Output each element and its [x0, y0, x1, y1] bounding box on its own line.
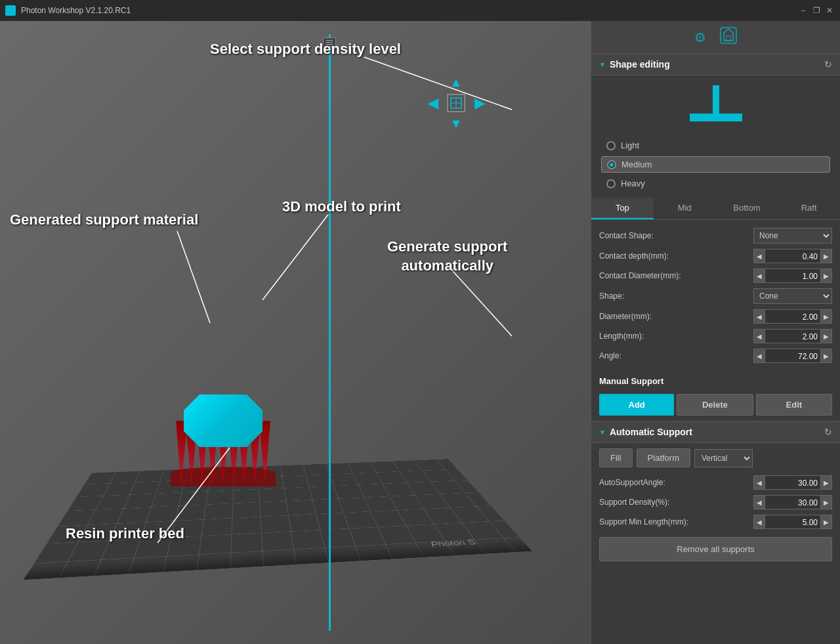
diameter-row: Diameter(mm): ◀ 2.00 ▶ — [591, 307, 840, 326]
angle-control: ◀ 72.00 ▶ — [753, 349, 832, 363]
support-density-row: Support Density(%): ◀ 30.00 ▶ — [591, 492, 840, 512]
length-value: 2.00 — [765, 329, 820, 343]
vertical-slider[interactable] — [324, 34, 335, 631]
preview-neck — [713, 108, 719, 114]
edit-support-button[interactable]: Edit — [756, 394, 832, 416]
gizmo-up-arrow[interactable]: ▲ — [450, 75, 463, 90]
minimize-button[interactable]: − — [798, 5, 808, 16]
auto-angle-row: AutoSupportAngle: ◀ 30.00 ▶ — [591, 473, 840, 492]
preview-base — [690, 114, 742, 121]
angle-value: 72.00 — [765, 349, 820, 363]
contact-shape-row: Contact Shape: None Ball Flat — [591, 225, 840, 246]
remove-all-supports-button[interactable]: Remove all supports — [599, 537, 832, 561]
contact-diameter-control: ◀ 1.00 ▶ — [753, 268, 832, 283]
contact-depth-control: ◀ 0.40 ▶ — [753, 249, 832, 263]
titlebar-controls[interactable]: − ❐ ✕ — [798, 5, 835, 16]
automatic-support-header: ▼ Automatic Support ↻ — [591, 421, 840, 443]
angle-dec[interactable]: ◀ — [753, 349, 765, 363]
support-density-control: ◀ 30.00 ▶ — [753, 495, 832, 509]
density-medium[interactable]: Medium — [601, 156, 830, 173]
radio-heavy-inner — [609, 182, 613, 186]
diameter-value: 2.00 — [765, 309, 820, 324]
density-light[interactable]: Light — [601, 138, 830, 153]
titlebar-left: Photon Workshop V2.1.20.RC1 — [5, 5, 131, 16]
slider-track — [329, 34, 331, 631]
radio-light[interactable] — [606, 141, 616, 150]
printer-bed: Photon S — [22, 459, 533, 580]
nav-gizmo[interactable]: ▲ ▼ ◀ ▶ — [427, 74, 486, 133]
density-heavy[interactable]: Heavy — [601, 176, 830, 191]
tab-bottom[interactable]: Bottom — [716, 198, 778, 219]
direction-select[interactable]: Vertical Horizontal Tilted — [694, 449, 753, 467]
support-min-length-inc[interactable]: ▶ — [820, 515, 832, 529]
model-3d — [184, 395, 262, 447]
close-button[interactable]: ✕ — [824, 5, 835, 16]
annotation-3d-model: 3D model to print — [282, 198, 401, 215]
support-tabs: Top Mid Bottom Raft — [591, 198, 840, 220]
app-icon — [5, 5, 16, 16]
support-min-length-label: Support Min Length(mm): — [599, 517, 753, 526]
contact-diameter-row: Contact Diameter(mm): ◀ 1.00 ▶ — [591, 266, 840, 286]
support-density-inc[interactable]: ▶ — [820, 495, 832, 509]
support-min-length-dec[interactable]: ◀ — [753, 515, 765, 529]
support-density-dec[interactable]: ◀ — [753, 495, 765, 509]
delete-support-button[interactable]: Delete — [677, 394, 753, 416]
auto-support-refresh-button[interactable]: ↻ — [824, 427, 832, 437]
shape-refresh-button[interactable]: ↻ — [824, 59, 832, 70]
gizmo-left-arrow[interactable]: ◀ — [428, 95, 438, 111]
contact-depth-dec[interactable]: ◀ — [753, 249, 765, 263]
auto-angle-control: ◀ 30.00 ▶ — [753, 475, 832, 490]
support-min-length-control: ◀ 5.00 ▶ — [753, 515, 832, 529]
contact-depth-label: Contact depth(mm): — [599, 251, 753, 261]
svg-rect-9 — [726, 36, 730, 41]
right-panel: ⚙ ▼ Shape editing ↻ — [591, 21, 840, 644]
tab-top[interactable]: Top — [591, 198, 654, 219]
length-row: Length(mm): ◀ 2.00 ▶ — [591, 326, 840, 346]
support-density-label: Support Density(%): — [599, 498, 753, 507]
radio-heavy[interactable] — [606, 179, 616, 188]
top-tab-settings: Contact Shape: None Ball Flat Contact de… — [591, 220, 840, 371]
length-dec[interactable]: ◀ — [753, 329, 765, 343]
radio-medium[interactable] — [607, 160, 616, 169]
tab-raft[interactable]: Raft — [778, 198, 840, 219]
contact-shape-label: Contact Shape: — [599, 231, 753, 240]
auto-fill-row: Fill Platform Vertical Horizontal Tilted — [591, 443, 840, 473]
density-heavy-label: Heavy — [621, 179, 645, 188]
gizmo-right-arrow[interactable]: ▶ — [474, 95, 484, 111]
section-arrow: ▼ — [599, 61, 606, 68]
contact-diameter-dec[interactable]: ◀ — [753, 268, 765, 283]
restore-button[interactable]: ❐ — [811, 5, 822, 16]
shape-editing-title: ▼ Shape editing — [599, 59, 670, 70]
bed-surface: Photon S — [22, 459, 533, 580]
support-min-length-value: 5.00 — [765, 515, 820, 529]
contact-depth-row: Contact depth(mm): ◀ 0.40 ▶ — [591, 246, 840, 266]
length-inc[interactable]: ▶ — [820, 329, 832, 343]
auto-angle-inc[interactable]: ▶ — [820, 475, 832, 490]
preview-top — [713, 85, 719, 108]
tab-mid[interactable]: Mid — [654, 198, 716, 219]
contact-depth-inc[interactable]: ▶ — [820, 249, 832, 263]
fill-button[interactable]: Fill — [599, 448, 633, 467]
titlebar: Photon Workshop V2.1.20.RC1 − ❐ ✕ — [0, 0, 840, 21]
gizmo-center[interactable] — [447, 94, 465, 112]
home-icon[interactable] — [719, 26, 738, 48]
diameter-dec[interactable]: ◀ — [753, 309, 765, 324]
angle-inc[interactable]: ▶ — [820, 349, 832, 363]
annotation-gen-support: Generate support automatically — [387, 238, 507, 275]
add-support-button[interactable]: Add — [599, 394, 674, 416]
settings-icon[interactable]: ⚙ — [694, 30, 706, 45]
viewport-3d[interactable]: Photon S ▲ ▼ ◀ ▶ — [0, 21, 591, 644]
shape-select[interactable]: Cone Cylinder Sphere — [753, 288, 832, 304]
auto-angle-dec[interactable]: ◀ — [753, 475, 765, 490]
gizmo-down-arrow[interactable]: ▼ — [450, 116, 463, 131]
length-label: Length(mm): — [599, 332, 753, 341]
diameter-inc[interactable]: ▶ — [820, 309, 832, 324]
density-visual — [591, 75, 840, 135]
contact-diameter-inc[interactable]: ▶ — [820, 268, 832, 283]
density-medium-label: Medium — [621, 160, 652, 169]
contact-shape-select[interactable]: None Ball Flat — [753, 228, 832, 244]
auto-support-title: ▼ Automatic Support — [599, 427, 692, 437]
svg-line-5 — [262, 215, 328, 300]
radio-light-inner — [609, 144, 613, 148]
platform-button[interactable]: Platform — [637, 448, 690, 467]
